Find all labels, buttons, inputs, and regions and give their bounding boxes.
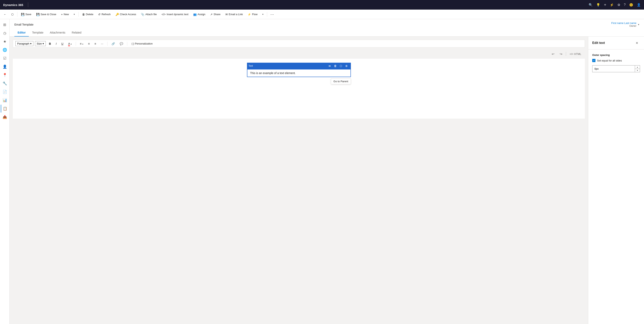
sidebar: ⊞ ◷ ★ 🌐 ☑ 👤 📍 🔧 📄 📊 📋 📤 <box>0 19 10 324</box>
sidebar-nav-top: ⊞ ◷ ★ 🌐 ☑ 👤 📍 🔧 📄 📊 📋 📤 <box>1 21 9 121</box>
new-button[interactable]: + New <box>59 11 71 17</box>
sidebar-item-pinned[interactable]: ★ <box>1 37 9 45</box>
checkbox-row: Set equal for all sides <box>592 59 640 62</box>
save-button[interactable]: 💾 Save <box>19 11 33 17</box>
attach-label: Attach file <box>145 13 157 16</box>
redo-button[interactable]: ↪ <box>558 51 564 57</box>
tab-editor[interactable]: Editor <box>14 29 29 36</box>
save-icon: 💾 <box>21 13 24 16</box>
ctrl-separator <box>566 52 566 56</box>
panel-close-button[interactable]: ✕ <box>634 40 640 46</box>
share-button[interactable]: ↗ Share <box>208 11 222 17</box>
assign-label: Assign <box>198 13 206 16</box>
cmd-separator-2 <box>78 12 78 17</box>
new-dropdown-button[interactable]: ▾ <box>72 12 77 16</box>
dynamic-icon: </> <box>162 13 166 16</box>
attach-file-button[interactable]: 📎 Attach file <box>139 11 159 17</box>
delete-button[interactable]: 🗑 Delete <box>80 11 96 17</box>
ordered-list-button[interactable]: ≡ <box>86 41 91 46</box>
main-layout: ⊞ ◷ ★ 🌐 ☑ 👤 📍 🔧 📄 📊 📋 📤 Email Template F… <box>0 19 644 324</box>
save-close-button[interactable]: 💾 Save & Close <box>34 11 58 17</box>
italic-button[interactable]: I <box>54 41 58 46</box>
tab-attachments[interactable]: Attachments <box>46 29 68 36</box>
new-chevron-icon: ▾ <box>74 13 75 15</box>
spacing-input[interactable] <box>592 66 635 71</box>
settings-icon[interactable]: ⚙ <box>618 3 620 7</box>
email-canvas[interactable]: Text ⬅ 🗑 ⬡ ⊕ This is an example of a tex… <box>13 59 585 119</box>
refresh-button[interactable]: ↺ Refresh <box>96 11 113 17</box>
go-to-parent-tooltip[interactable]: Go to Parent <box>331 78 351 84</box>
email-link-button[interactable]: ✉ Email a Link <box>224 11 245 17</box>
filter-icon[interactable]: ⚡ <box>610 3 614 7</box>
insert-dynamic-button[interactable]: </> Insert dynamic text <box>160 11 190 17</box>
owner-chevron-icon[interactable]: ▾ <box>638 23 639 26</box>
owner-name[interactable]: First name Last name <box>611 21 636 24</box>
sidebar-item-chart[interactable]: 📊 <box>1 96 9 104</box>
help-icon[interactable]: ? <box>624 3 626 6</box>
sidebar-item-template[interactable]: 📋 <box>1 105 9 113</box>
sidebar-item-checklist[interactable]: ☑ <box>1 54 9 62</box>
undo-button[interactable]: ↩ <box>550 51 556 57</box>
comment-button[interactable]: 💬 <box>118 41 125 46</box>
unordered-list-button[interactable]: ≡ <box>93 41 98 46</box>
bold-button[interactable]: B <box>47 41 52 46</box>
flow-icon: ⚡ <box>248 13 251 16</box>
underline-label: U <box>61 42 63 45</box>
delete-label: Delete <box>86 13 94 16</box>
text-content-area[interactable]: This is an example of a text element. <box>247 69 351 77</box>
lightbulb-icon[interactable]: 💡 <box>596 3 600 7</box>
spinner-up-button[interactable]: ▲ <box>635 65 640 69</box>
flow-chevron-icon: ▾ <box>262 13 263 15</box>
paragraph-chevron-icon: ▾ <box>30 42 32 45</box>
spacing-spinners: ▲ ▼ <box>635 65 640 72</box>
add-icon[interactable]: + <box>604 2 606 7</box>
sidebar-item-recent[interactable]: ◷ <box>1 29 9 37</box>
content-area: Email Template First name Last name Owne… <box>10 19 644 324</box>
spinner-down-button[interactable]: ▼ <box>635 69 640 72</box>
panel-title: Edit text <box>592 41 605 45</box>
align-button[interactable]: ≡ ▾ <box>78 41 85 46</box>
link-button[interactable]: 🔗 <box>110 41 116 46</box>
back-button[interactable]: ← <box>2 11 8 17</box>
user-icon[interactable]: 👤 <box>637 3 641 7</box>
set-equal-checkbox[interactable] <box>592 59 596 62</box>
personalization-button[interactable]: { } Personalization <box>130 41 155 46</box>
sidebar-item-globe[interactable]: 🌐 <box>1 46 9 54</box>
popout-button[interactable]: ⬡ <box>9 11 16 17</box>
paragraph-select[interactable]: Paragraph ▾ <box>16 41 33 46</box>
save-close-icon: 💾 <box>36 13 40 16</box>
panel-header: Edit text ✕ <box>588 36 644 49</box>
feedback-icon[interactable]: 🙂 <box>629 3 633 7</box>
flow-dropdown-button[interactable]: ▾ <box>260 12 265 16</box>
sidebar-item-wrench[interactable]: 🔧 <box>1 79 9 87</box>
sidebar-item-contact[interactable]: 👤 <box>1 63 9 71</box>
sidebar-item-map[interactable]: 📍 <box>1 71 9 79</box>
text-toolbar-delete-button[interactable]: 🗑 <box>332 63 338 68</box>
font-color-button[interactable]: A ▾ <box>66 41 73 46</box>
flow-label: Flow <box>252 13 257 16</box>
share-icon: ↗ <box>210 13 212 16</box>
ul-icon: ≡ <box>94 42 96 45</box>
page-title: Email Template <box>14 23 33 26</box>
refresh-label: Refresh <box>102 13 111 16</box>
text-toolbar-move-button[interactable]: ⊕ <box>344 63 349 68</box>
search-icon[interactable]: 🔍 <box>589 3 593 7</box>
more-formatting-button[interactable]: ··· <box>99 41 105 46</box>
cmd-separator-1 <box>17 12 18 17</box>
tab-related[interactable]: Related <box>68 29 84 36</box>
html-button[interactable]: </> HTML <box>568 52 583 56</box>
check-access-button[interactable]: 🔑 Check Access <box>114 11 138 17</box>
sidebar-item-send[interactable]: 📤 <box>1 113 9 121</box>
text-toolbar-duplicate-button[interactable]: ⬡ <box>338 63 344 68</box>
sidebar-item-home[interactable]: ⊞ <box>1 21 9 29</box>
personalization-braces-icon: { } <box>132 42 134 45</box>
tab-template[interactable]: Template <box>29 29 46 36</box>
text-element-label: Text <box>248 64 253 67</box>
assign-button[interactable]: 👥 Assign <box>191 11 208 17</box>
more-button[interactable]: ⋯ <box>269 11 276 17</box>
underline-button[interactable]: U <box>60 41 65 46</box>
text-toolbar-back-button[interactable]: ⬅ <box>327 63 332 68</box>
sidebar-item-doc[interactable]: 📄 <box>1 88 9 96</box>
flow-button[interactable]: ⚡ Flow <box>246 11 259 17</box>
size-select[interactable]: Size ▾ <box>35 41 46 46</box>
